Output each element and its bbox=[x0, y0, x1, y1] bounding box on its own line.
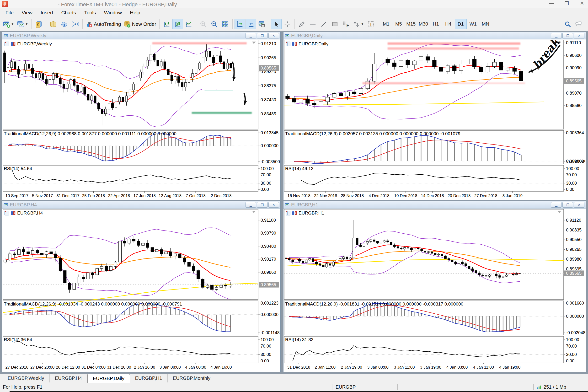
chart-canvas-h1[interactable]: 0.911200.908350.905500.902650.899800.896… bbox=[284, 209, 586, 372]
timeframe-h1-button[interactable]: H1 bbox=[430, 19, 442, 29]
date-axis-daily: 16 Nov 201822 Nov 201828 Nov 20184 Dec 2… bbox=[287, 191, 523, 198]
menu-charts[interactable]: Charts bbox=[57, 9, 80, 16]
svg-text:20 Dec 2018: 20 Dec 2018 bbox=[448, 194, 471, 198]
shift-button[interactable] bbox=[245, 19, 256, 30]
book-button[interactable] bbox=[48, 19, 58, 30]
search-button[interactable] bbox=[563, 19, 573, 30]
svg-text:0.89860: 0.89860 bbox=[261, 270, 276, 275]
timeframe-h4-button[interactable]: H4 bbox=[442, 19, 454, 29]
timeframe-m1-button[interactable]: M1 bbox=[380, 19, 392, 29]
chart-canvas-daily[interactable]: 0.911100.906000.900900.890700.885600.895… bbox=[284, 40, 586, 200]
bars-button[interactable] bbox=[161, 19, 172, 30]
chart-tab-2[interactable]: EURGBP,Daily bbox=[87, 374, 130, 383]
recttool-button[interactable] bbox=[330, 19, 340, 30]
daily-restore-button[interactable]: ❐ bbox=[563, 33, 573, 38]
svg-text:30.00: 30.00 bbox=[566, 181, 577, 186]
close-button[interactable]: ✕ bbox=[579, 0, 586, 6]
chart-window-titlebar-h1[interactable]: EURGBP,H1▁❐✕ bbox=[283, 201, 586, 208]
candles-button[interactable] bbox=[172, 19, 183, 30]
profiles-button[interactable]: ▼ bbox=[16, 19, 29, 30]
menu-file[interactable]: File bbox=[1, 9, 18, 16]
timeframe-m30-button[interactable]: M30 bbox=[418, 19, 429, 29]
zoom-in-button[interactable] bbox=[198, 19, 208, 30]
svg-text:4 Jan 03:00: 4 Jan 03:00 bbox=[446, 365, 468, 370]
chart-window-titlebar-weekly[interactable]: EURGBP,Weekly▁❐✕ bbox=[2, 32, 280, 40]
chart-window-title-weekly: EURGBP,Weekly bbox=[10, 33, 245, 38]
price-pane-weekly bbox=[3, 40, 258, 129]
chart-window-icon bbox=[285, 33, 290, 38]
chart-tab-3[interactable]: EURGBP,H1 bbox=[130, 374, 168, 382]
arrows-tool-button[interactable]: ▼ bbox=[352, 19, 365, 30]
tline-button[interactable] bbox=[319, 19, 329, 30]
chart-tab-0[interactable]: EURGBP,Weekly bbox=[2, 374, 50, 382]
chart-canvas-weekly[interactable]: 0.912100.902650.893200.883750.874300.864… bbox=[2, 40, 280, 200]
h4-restore-button[interactable]: ❐ bbox=[257, 202, 267, 208]
h1-close-button[interactable]: ✕ bbox=[574, 202, 585, 208]
menu-insert[interactable]: Insert bbox=[36, 9, 57, 16]
menu-tools[interactable]: Tools bbox=[80, 9, 100, 16]
h1-restore-button[interactable]: ❐ bbox=[563, 202, 573, 208]
weekly-close-button[interactable]: ✕ bbox=[268, 33, 279, 38]
weekly-restore-button[interactable]: ❐ bbox=[257, 33, 267, 38]
crosshair-button[interactable] bbox=[282, 19, 293, 30]
h4-minimize-button[interactable]: ▁ bbox=[245, 202, 256, 208]
svg-text:0.00: 0.00 bbox=[261, 358, 269, 363]
toolbar-separator bbox=[196, 19, 196, 29]
new-order-button[interactable]: New Order bbox=[122, 19, 157, 30]
timeframe-m15-button[interactable]: M15 bbox=[405, 19, 417, 29]
minimize-button[interactable]: — bbox=[548, 0, 555, 6]
autoscroll-button[interactable] bbox=[235, 19, 245, 30]
new-chart-button[interactable]: ▼ bbox=[2, 19, 15, 30]
community-chat-button[interactable] bbox=[574, 19, 584, 30]
chart-canvas-h4[interactable]: 0.911000.907900.904800.901700.898600.895… bbox=[2, 209, 280, 372]
linechart-button[interactable] bbox=[183, 19, 194, 30]
h1-minimize-button[interactable]: ▁ bbox=[551, 202, 562, 208]
cursor-button[interactable] bbox=[271, 19, 282, 30]
svg-text:27 Dec 2018: 27 Dec 2018 bbox=[5, 365, 28, 370]
svg-text:0.00: 0.00 bbox=[566, 358, 575, 363]
svg-text:31 Dec 20:00: 31 Dec 20:00 bbox=[107, 365, 131, 370]
toolbar-separator bbox=[31, 19, 31, 29]
daily-minimize-button[interactable]: ▁ bbox=[551, 33, 562, 38]
cloud-button[interactable] bbox=[59, 19, 69, 30]
chart-window-titlebar-daily[interactable]: EURGBP,Daily▁❐✕ bbox=[283, 32, 586, 40]
svg-text:30.00: 30.00 bbox=[261, 181, 271, 186]
pen-button[interactable] bbox=[297, 19, 307, 30]
timeframe-mn-button[interactable]: MN bbox=[480, 19, 492, 29]
timeframe-m5-button[interactable]: M5 bbox=[393, 19, 405, 29]
chart-tab-1[interactable]: EURGBP,H4 bbox=[50, 374, 87, 382]
signals-button[interactable] bbox=[70, 19, 80, 30]
highlight-band bbox=[388, 47, 519, 50]
pen-icon bbox=[298, 20, 305, 28]
fibo-button[interactable]: F bbox=[341, 19, 351, 30]
svg-text:10 Dec 2018: 10 Dec 2018 bbox=[394, 194, 417, 198]
h4-close-button[interactable]: ✕ bbox=[268, 202, 279, 208]
template-button[interactable] bbox=[256, 19, 267, 30]
tline-icon bbox=[320, 20, 327, 28]
texttool-button[interactable]: T bbox=[366, 19, 376, 30]
weekly-minimize-button[interactable]: ▁ bbox=[245, 33, 256, 38]
tiles-button[interactable] bbox=[220, 19, 230, 30]
menu-view[interactable]: View bbox=[18, 9, 36, 16]
menu-window[interactable]: Window bbox=[100, 9, 126, 16]
chart-tab-4[interactable]: EURGBP,Monthly bbox=[168, 374, 216, 382]
new-chart-icon bbox=[3, 20, 10, 28]
autotrading-button[interactable]: AutoTrading bbox=[84, 19, 122, 30]
timeframe-d1-button[interactable]: D1 bbox=[455, 19, 467, 29]
maximize-button[interactable]: ❐ bbox=[563, 0, 570, 6]
hline-button[interactable] bbox=[308, 19, 318, 30]
arrows-tool-icon bbox=[353, 20, 360, 28]
chart-window-titlebar-h4[interactable]: EURGBP,H4▁❐✕ bbox=[2, 201, 280, 208]
daily-close-button[interactable]: ✕ bbox=[574, 33, 585, 38]
timeframe-w1-button[interactable]: W1 bbox=[467, 19, 479, 29]
menu-help[interactable]: Help bbox=[126, 9, 144, 16]
tiles-icon bbox=[222, 20, 229, 28]
highlight-band bbox=[363, 82, 444, 84]
zoom-out-button[interactable] bbox=[209, 19, 219, 30]
market-watch-button[interactable]: $ bbox=[33, 19, 44, 30]
svg-text:2 Jan 19:00: 2 Jan 19:00 bbox=[341, 365, 362, 370]
svg-text:0.89070: 0.89070 bbox=[566, 91, 582, 96]
chart-window-weekly: EURGBP,Weekly▁❐✕0.912100.902650.893200.8… bbox=[2, 32, 281, 200]
chart-tab-bar: EURGBP,WeeklyEURGBP,H4EURGBP,DailyEURGBP… bbox=[0, 374, 588, 383]
svg-text:100.00: 100.00 bbox=[566, 337, 579, 342]
